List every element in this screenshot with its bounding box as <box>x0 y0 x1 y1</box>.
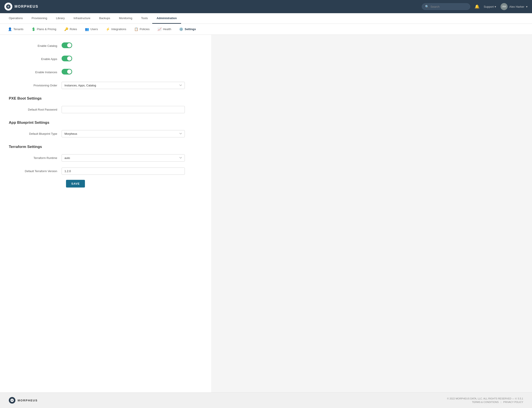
top-navigation: MORPHEUS 🔍 🔔 Support ▾ AH Alex Harker ▾ <box>0 0 532 13</box>
subnav-item-tenants[interactable]: 👤 Tenants <box>4 25 27 34</box>
app-blueprint-section-heading: App Blueprint Settings <box>9 120 202 125</box>
enable-apps-control <box>61 56 185 62</box>
logo-area: MORPHEUS <box>4 3 38 10</box>
footer-links: TERMS & CONDITIONS | PRIVACY POLICY <box>447 401 523 403</box>
enable-instances-row: Enable Instances <box>9 68 202 76</box>
privacy-link[interactable]: PRIVACY POLICY <box>503 401 523 403</box>
main-navigation: Operations Provisioning Library Infrastr… <box>0 13 532 24</box>
enable-catalog-control <box>61 42 185 49</box>
avatar: AH <box>501 3 508 10</box>
enable-catalog-row: Enable Catalog <box>9 41 202 50</box>
enable-apps-row: Enable Apps <box>9 54 202 63</box>
enable-instances-label: Enable Instances <box>9 71 61 74</box>
logo-icon <box>4 3 12 10</box>
footer: MORPHEUS © 2022 MORPHEUS DATA, LLC. ALL … <box>0 392 532 408</box>
provisioning-order-row: Provisioning Order Instances, Apps, Cata… <box>9 81 202 90</box>
footer-logo: MORPHEUS <box>9 397 38 404</box>
nav-item-provisioning[interactable]: Provisioning <box>27 13 52 24</box>
footer-logo-text: MORPHEUS <box>17 399 38 402</box>
integrations-icon: ⚡ <box>106 27 110 31</box>
subnav-item-users[interactable]: 👥 Users <box>81 25 101 34</box>
users-icon: 👥 <box>85 27 89 31</box>
app-name: MORPHEUS <box>15 5 38 8</box>
search-icon: 🔍 <box>425 5 429 8</box>
pxe-section-heading: PXE Boot Settings <box>9 96 202 101</box>
footer-copyright: © 2022 MORPHEUS DATA, LLC. ALL RIGHTS RE… <box>447 397 523 400</box>
default-terraform-version-row: Default Terraform Version <box>9 167 202 175</box>
provisioning-order-select[interactable]: Instances, Apps, Catalog Apps, Instances… <box>61 82 185 89</box>
enable-apps-label: Enable Apps <box>9 57 61 61</box>
plans-pricing-icon: 💲 <box>31 27 36 31</box>
subnav-item-integrations[interactable]: ⚡ Integrations <box>102 25 130 34</box>
enable-catalog-toggle[interactable] <box>61 42 72 48</box>
enable-catalog-label: Enable Catalog <box>9 44 61 48</box>
save-row: SAVE <box>66 180 202 187</box>
default-terraform-version-control <box>61 168 185 175</box>
terraform-runtime-label: Terraform Runtime <box>9 156 61 160</box>
default-root-password-input[interactable] <box>61 106 185 113</box>
default-blueprint-type-label: Default Blueprint Type <box>9 132 61 136</box>
footer-divider: | <box>501 401 501 403</box>
support-button[interactable]: Support ▾ <box>484 5 496 8</box>
subnav-item-settings[interactable]: ⚙️ Settings <box>175 25 199 34</box>
user-menu[interactable]: AH Alex Harker ▾ <box>501 3 528 10</box>
nav-item-library[interactable]: Library <box>52 13 69 24</box>
policies-icon: 📋 <box>134 27 138 31</box>
default-root-password-control <box>61 106 185 113</box>
nav-item-backups[interactable]: Backups <box>95 13 115 24</box>
health-icon: 📈 <box>157 27 162 31</box>
enable-apps-toggle[interactable] <box>61 56 72 61</box>
subnav-item-policies[interactable]: 📋 Policies <box>131 25 153 34</box>
footer-right: © 2022 MORPHEUS DATA, LLC. ALL RIGHTS RE… <box>447 397 523 403</box>
default-blueprint-type-select[interactable]: Morpheus Terraform CloudFormation <box>61 130 185 137</box>
enable-instances-slider <box>61 69 72 75</box>
nav-item-tools[interactable]: Tools <box>137 13 152 24</box>
user-name: Alex Harker <box>509 5 524 8</box>
subnav-item-plans-pricing[interactable]: 💲 Plans & Pricing <box>28 25 60 34</box>
default-root-password-row: Default Root Password <box>9 105 202 114</box>
roles-icon: 🔑 <box>64 27 69 31</box>
default-terraform-version-label: Default Terraform Version <box>9 170 61 173</box>
search-bar[interactable]: 🔍 <box>422 3 470 10</box>
default-blueprint-type-control: Morpheus Terraform CloudFormation <box>61 130 185 137</box>
tenants-icon: 👤 <box>8 27 12 31</box>
chevron-down-icon: ▾ <box>495 5 496 8</box>
provisioning-order-control: Instances, Apps, Catalog Apps, Instances… <box>61 82 185 89</box>
footer-logo-icon <box>9 397 15 404</box>
terraform-section-heading: Terraform Settings <box>9 145 202 149</box>
enable-catalog-slider <box>61 42 72 48</box>
provisioning-order-label: Provisioning Order <box>9 84 61 87</box>
default-root-password-label: Default Root Password <box>9 108 61 111</box>
user-chevron-icon: ▾ <box>526 5 528 8</box>
nav-item-operations[interactable]: Operations <box>4 13 27 24</box>
notification-bell-icon[interactable]: 🔔 <box>475 4 480 9</box>
default-terraform-version-input[interactable] <box>61 168 185 175</box>
nav-item-monitoring[interactable]: Monitoring <box>115 13 137 24</box>
main-content: Enable Catalog Enable Apps Enable Instan… <box>0 35 211 392</box>
nav-item-administration[interactable]: Administration <box>152 13 181 24</box>
subnav-item-health[interactable]: 📈 Health <box>154 25 175 34</box>
default-blueprint-type-row: Default Blueprint Type Morpheus Terrafor… <box>9 129 202 138</box>
enable-instances-toggle[interactable] <box>61 69 72 75</box>
nav-item-infrastructure[interactable]: Infrastructure <box>69 13 95 24</box>
sub-navigation: 👤 Tenants 💲 Plans & Pricing 🔑 Roles 👥 Us… <box>0 24 532 35</box>
enable-instances-control <box>61 69 185 75</box>
terraform-runtime-control: auto manual <box>61 154 185 162</box>
terms-link[interactable]: TERMS & CONDITIONS <box>472 401 498 403</box>
search-input[interactable] <box>431 5 467 8</box>
settings-icon: ⚙️ <box>179 27 183 31</box>
top-nav-right: 🔍 🔔 Support ▾ AH Alex Harker ▾ <box>422 3 528 10</box>
save-button[interactable]: SAVE <box>66 180 85 187</box>
terraform-runtime-row: Terraform Runtime auto manual <box>9 153 202 162</box>
subnav-item-roles[interactable]: 🔑 Roles <box>61 25 80 34</box>
terraform-runtime-select[interactable]: auto manual <box>61 154 185 162</box>
enable-apps-slider <box>61 56 72 61</box>
